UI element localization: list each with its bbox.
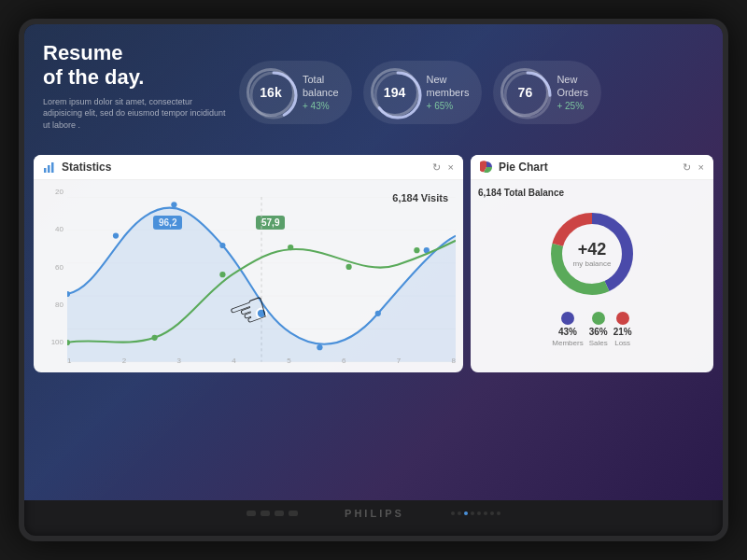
chart-svg: [67, 197, 456, 362]
resume-title: Resume of the day.: [43, 41, 230, 91]
monitor-brand-label: PHILIPS: [345, 508, 404, 519]
statistics-panel-controls[interactable]: ↻ ×: [432, 161, 454, 174]
stat-change-orders: + 25%: [557, 101, 588, 111]
stat-cards: 16k Total balance + 43%: [239, 41, 704, 144]
bar-chart-icon: [43, 161, 56, 174]
monitor-bottom-bar: PHILIPS: [24, 500, 723, 526]
stat-change-members: + 65%: [427, 101, 470, 111]
monitor: Resume of the day. Lorem ipsum dolor sit…: [19, 19, 728, 541]
legend-name-members: Members: [552, 339, 583, 347]
panels: Statistics ↻ × 6,184 Visits 96,2 57,9 10…: [34, 155, 713, 372]
svg-point-29: [414, 247, 419, 253]
stat-label-members: New members: [427, 74, 470, 98]
pie-refresh-button[interactable]: ↻: [683, 161, 691, 174]
legend-item-sales: 36% Sales: [589, 312, 608, 347]
stat-label-orders: New Orders: [557, 74, 588, 98]
pie-chart-panel-header: Pie Chart ↻ ×: [471, 155, 713, 180]
svg-point-19: [219, 243, 225, 248]
svg-rect-6: [44, 168, 47, 173]
stat-card-members: 194 New members + 65%: [363, 61, 483, 124]
stat-info-members: New members + 65%: [427, 74, 470, 110]
legend-dot-members: [561, 312, 574, 325]
stat-card-orders: 76 New Orders + 25%: [493, 61, 601, 124]
statistics-close-button[interactable]: ×: [448, 161, 454, 174]
stat-circle-balance: 16k: [247, 68, 295, 117]
pie-chart-panel-title: Pie Chart: [480, 161, 548, 174]
pie-legend: 43% Members 36% Sales 21% Loss: [552, 312, 631, 347]
statistics-panel-title: Statistics: [43, 161, 111, 174]
svg-point-18: [171, 202, 176, 207]
svg-point-28: [345, 264, 351, 270]
stat-circle-members: 194: [371, 68, 419, 117]
donut-value: +42: [573, 240, 612, 259]
legend-name-sales: Sales: [589, 339, 608, 347]
resume-body: Lorem ipsum dolor sit amet, consectetur …: [43, 96, 230, 132]
legend-item-members: 43% Members: [552, 312, 583, 347]
svg-point-17: [113, 232, 119, 238]
status-dot-4: [471, 511, 474, 515]
status-dot-5: [477, 511, 481, 515]
svg-rect-8: [51, 162, 54, 173]
statistics-panel-body: 6,184 Visits 96,2 57,9 100 80 60 40 20: [34, 180, 463, 372]
status-dot-6: [484, 511, 487, 515]
header-left: Resume of the day. Lorem ipsum dolor sit…: [43, 41, 230, 144]
stat-value-members: 194: [384, 85, 405, 100]
y-axis: 100 80 60 40 20: [41, 188, 67, 346]
stat-value-orders: 76: [518, 85, 533, 100]
statistics-panel: Statistics ↻ × 6,184 Visits 96,2 57,9 10…: [34, 155, 463, 372]
monitor-button-1[interactable]: [247, 511, 256, 516]
chart-container: 6,184 Visits 96,2 57,9 100 80 60 40 20: [41, 188, 456, 365]
svg-point-25: [151, 335, 157, 341]
stat-change-balance: + 43%: [303, 101, 339, 111]
monitor-button-3[interactable]: [275, 511, 284, 516]
svg-point-21: [317, 344, 322, 350]
status-dot-3: [464, 511, 468, 515]
pie-total-label: 6,184 Total Balance: [478, 188, 564, 198]
monitor-status-dots: [451, 511, 500, 515]
legend-pct-sales: 36%: [589, 327, 608, 337]
svg-point-20: [257, 309, 266, 318]
stat-circle-orders: 76: [500, 68, 549, 117]
screen: Resume of the day. Lorem ipsum dolor sit…: [24, 24, 723, 500]
pie-chart-panel-controls[interactable]: ↻ ×: [683, 161, 704, 174]
svg-point-22: [375, 311, 381, 316]
monitor-button-2[interactable]: [261, 511, 270, 516]
statistics-refresh-button[interactable]: ↻: [432, 161, 441, 174]
stat-label-balance: Total balance: [303, 74, 339, 98]
legend-name-loss: Loss: [614, 339, 630, 347]
legend-dot-loss: [616, 312, 629, 325]
pie-chart-panel-body: 6,184 Total Balance: [471, 180, 713, 355]
donut-center: +42 my balance: [573, 240, 612, 268]
legend-pct-members: 43%: [558, 327, 577, 337]
x-axis: 1 2 3 4 5 6 7 8: [67, 357, 456, 365]
legend-pct-loss: 21%: [613, 327, 632, 337]
stat-info-orders: New Orders + 25%: [557, 74, 588, 110]
statistics-panel-header: Statistics ↻ ×: [34, 155, 463, 180]
stat-info-balance: Total balance + 43%: [303, 74, 339, 110]
pie-chart-panel: Pie Chart ↻ × 6,184 Total Balance: [471, 155, 713, 372]
donut-sublabel: my balance: [573, 259, 612, 268]
donut-chart: +42 my balance: [545, 207, 639, 301]
status-dot-2: [458, 511, 461, 515]
svg-point-27: [288, 245, 293, 250]
status-dot-1: [451, 511, 455, 515]
stat-card-balance: 16k Total balance + 43%: [239, 61, 352, 124]
monitor-button-4[interactable]: [289, 511, 298, 516]
pie-close-button[interactable]: ×: [698, 161, 704, 174]
pie-chart-icon: [480, 161, 493, 174]
svg-rect-7: [48, 165, 50, 173]
legend-item-loss: 21% Loss: [613, 312, 632, 347]
header-section: Resume of the day. Lorem ipsum dolor sit…: [24, 24, 723, 155]
monitor-control-buttons[interactable]: [247, 511, 298, 516]
svg-point-26: [219, 272, 225, 277]
status-dot-7: [490, 511, 494, 515]
status-dot-8: [497, 511, 500, 515]
stat-value-balance: 16k: [260, 85, 281, 100]
legend-dot-sales: [592, 312, 605, 325]
